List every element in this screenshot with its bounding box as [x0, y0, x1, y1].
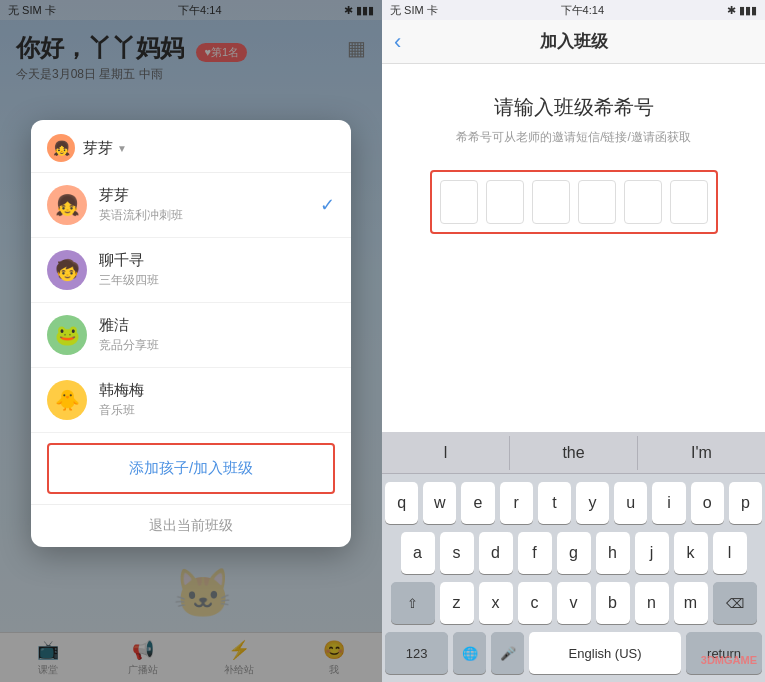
key-w[interactable]: w — [423, 482, 456, 524]
key-c[interactable]: c — [518, 582, 552, 624]
key-j[interactable]: j — [635, 532, 669, 574]
key-t[interactable]: t — [538, 482, 571, 524]
code-box-5[interactable] — [624, 180, 662, 224]
prompt-title: 请输入班级希希号 — [494, 94, 654, 121]
key-space[interactable]: English (US) — [529, 632, 681, 674]
avatar-4: 🐥 — [47, 380, 87, 420]
right-time: 下午4:14 — [561, 3, 604, 18]
key-mic[interactable]: 🎤 — [491, 632, 524, 674]
key-l[interactable]: l — [713, 532, 747, 574]
right-carrier: 无 SIM 卡 — [390, 3, 438, 18]
prompt-subtitle: 希希号可从老师的邀请短信/链接/邀请函获取 — [456, 129, 691, 146]
key-v[interactable]: v — [557, 582, 591, 624]
right-status-bar: 无 SIM 卡 下午4:14 ✱ ▮▮▮ — [382, 0, 765, 20]
key-u[interactable]: u — [614, 482, 647, 524]
key-b[interactable]: b — [596, 582, 630, 624]
key-return[interactable]: return — [686, 632, 762, 674]
right-content: 请输入班级希希号 希希号可从老师的邀请短信/链接/邀请函获取 — [382, 64, 765, 432]
code-box-2[interactable] — [486, 180, 524, 224]
key-i[interactable]: i — [652, 482, 685, 524]
keyboard-row-4: 123 🌐 🎤 English (US) return — [385, 632, 762, 674]
modal-overlay: 👧 芽芽 ▼ 👧 芽芽 英语流利冲刺班 ✓ 🧒 聊千寻 — [0, 0, 382, 682]
keyboard: q w e r t y u i o p a s d f g h j k l ⇧ … — [382, 474, 765, 682]
key-q[interactable]: q — [385, 482, 418, 524]
key-delete[interactable]: ⌫ — [713, 582, 757, 624]
modal-item-3[interactable]: 🐸 雅洁 竞品分享班 — [31, 303, 351, 368]
key-d[interactable]: d — [479, 532, 513, 574]
key-123[interactable]: 123 — [385, 632, 448, 674]
key-shift[interactable]: ⇧ — [391, 582, 435, 624]
add-child-button[interactable]: 添加孩子/加入班级 — [47, 443, 335, 494]
item-info-1: 芽芽 英语流利冲刺班 — [99, 186, 320, 224]
code-box-4[interactable] — [578, 180, 616, 224]
key-m[interactable]: m — [674, 582, 708, 624]
keyboard-suggestion-bar: l the I'm — [382, 432, 765, 474]
watermark: 3DMGAME — [701, 654, 757, 666]
key-p[interactable]: p — [729, 482, 762, 524]
key-g[interactable]: g — [557, 532, 591, 574]
keyboard-row-2: a s d f g h j k l — [385, 532, 762, 574]
suggest-item-2[interactable]: the — [510, 436, 638, 470]
key-a[interactable]: a — [401, 532, 435, 574]
avatar-1: 👧 — [47, 185, 87, 225]
code-box-1[interactable] — [440, 180, 478, 224]
code-box-3[interactable] — [532, 180, 570, 224]
key-x[interactable]: x — [479, 582, 513, 624]
code-box-6[interactable] — [670, 180, 708, 224]
key-e[interactable]: e — [461, 482, 494, 524]
left-panel: 无 SIM 卡 下午4:14 ✱ ▮▮▮ 你好，丫丫妈妈 ♥ 第1名 ▦ 今天是… — [0, 0, 382, 682]
right-battery-icons: ✱ ▮▮▮ — [727, 4, 757, 17]
avatar-3: 🐸 — [47, 315, 87, 355]
chevron-down-icon: ▼ — [117, 143, 127, 154]
modal-item-4[interactable]: 🐥 韩梅梅 音乐班 — [31, 368, 351, 433]
modal-header-avatar: 👧 — [47, 134, 75, 162]
key-s[interactable]: s — [440, 532, 474, 574]
key-z[interactable]: z — [440, 582, 474, 624]
key-f[interactable]: f — [518, 532, 552, 574]
modal-item-1[interactable]: 👧 芽芽 英语流利冲刺班 ✓ — [31, 173, 351, 238]
suggest-item-3[interactable]: I'm — [638, 436, 765, 470]
key-n[interactable]: n — [635, 582, 669, 624]
suggest-item-1[interactable]: l — [382, 436, 510, 470]
key-r[interactable]: r — [500, 482, 533, 524]
exit-class-button[interactable]: 退出当前班级 — [31, 504, 351, 547]
key-o[interactable]: o — [691, 482, 724, 524]
key-emoji[interactable]: 🌐 — [453, 632, 486, 674]
modal-selected-name: 芽芽 ▼ — [83, 139, 127, 158]
back-button[interactable]: ‹ — [394, 29, 401, 55]
item-info-3: 雅洁 竞品分享班 — [99, 316, 335, 354]
item-info-4: 韩梅梅 音乐班 — [99, 381, 335, 419]
keyboard-row-1: q w e r t y u i o p — [385, 482, 762, 524]
keyboard-row-3: ⇧ z x c v b n m ⌫ — [385, 582, 762, 624]
modal-header[interactable]: 👧 芽芽 ▼ — [31, 120, 351, 173]
item-info-2: 聊千寻 三年级四班 — [99, 251, 335, 289]
nav-title: 加入班级 — [540, 30, 608, 53]
right-panel: 无 SIM 卡 下午4:14 ✱ ▮▮▮ ‹ 加入班级 请输入班级希希号 希希号… — [382, 0, 765, 682]
modal-item-2[interactable]: 🧒 聊千寻 三年级四班 — [31, 238, 351, 303]
key-h[interactable]: h — [596, 532, 630, 574]
checkmark-icon: ✓ — [320, 194, 335, 216]
key-y[interactable]: y — [576, 482, 609, 524]
right-nav-bar: ‹ 加入班级 — [382, 20, 765, 64]
code-input-row[interactable] — [430, 170, 718, 234]
modal-box: 👧 芽芽 ▼ 👧 芽芽 英语流利冲刺班 ✓ 🧒 聊千寻 — [31, 120, 351, 547]
key-k[interactable]: k — [674, 532, 708, 574]
avatar-2: 🧒 — [47, 250, 87, 290]
